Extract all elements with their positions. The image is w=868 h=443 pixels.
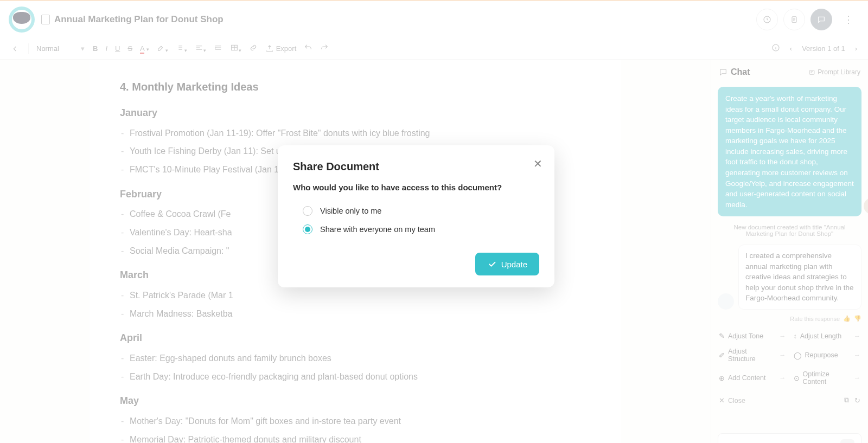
radio-unchecked-icon bbox=[303, 206, 312, 216]
radio-checked-icon bbox=[303, 224, 312, 234]
modal-title: Share Document bbox=[293, 160, 539, 173]
share-document-modal: ✕ Share Document Who would you like to h… bbox=[278, 145, 554, 287]
modal-question: Who would you like to have access to thi… bbox=[293, 183, 539, 192]
update-button[interactable]: Update bbox=[475, 253, 539, 275]
modal-close-button[interactable]: ✕ bbox=[533, 157, 542, 170]
share-option-private[interactable]: Visible only to me bbox=[293, 202, 539, 220]
share-option-team[interactable]: Share with everyone on my team bbox=[293, 220, 539, 239]
